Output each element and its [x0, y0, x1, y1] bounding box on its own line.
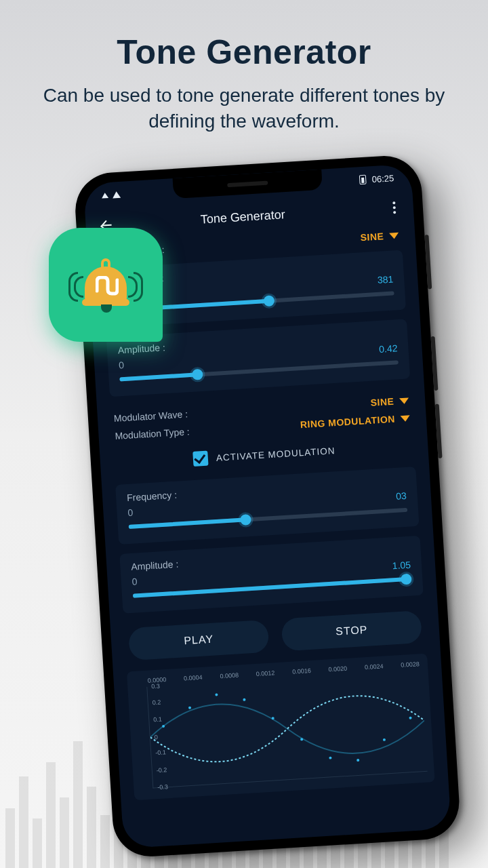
status-time: 06:25: [371, 173, 394, 184]
promo-title: Tone Generator: [0, 33, 488, 72]
carrier-amplitude-min: 0: [119, 359, 125, 370]
promo-subtitle: Can be used to tone generate different t…: [0, 83, 488, 134]
chevron-down-icon: [401, 415, 411, 422]
svg-point-8: [383, 738, 386, 741]
play-button[interactable]: PLAY: [128, 620, 270, 660]
svg-point-7: [357, 759, 359, 762]
svg-point-9: [409, 717, 411, 719]
modulator-amplitude-card: Amplitude : 0 1.05: [119, 536, 424, 614]
slider-thumb[interactable]: [240, 514, 251, 526]
svg-point-2: [215, 693, 218, 696]
chevron-down-icon: [399, 397, 409, 404]
promo-stage: Tone Generator Can be used to tone gener…: [0, 0, 488, 868]
waveform-chart: 0.00000.00040.00080.00120.00160.00200.00…: [127, 653, 435, 800]
svg-point-3: [243, 698, 245, 701]
modulator-frequency-min: 0: [127, 507, 134, 518]
slider-thumb[interactable]: [401, 574, 412, 585]
modulator-amplitude-value: 1.05: [392, 559, 411, 572]
modulator-wave-value: SINE: [370, 396, 394, 408]
battery-icon: [359, 175, 367, 185]
bell-badge: [49, 228, 163, 342]
svg-point-1: [188, 707, 191, 709]
signal-icon: [102, 193, 108, 199]
carrier-amplitude-value: 0.42: [379, 342, 398, 355]
svg-point-6: [329, 757, 331, 760]
modulator-frequency-value: 03: [396, 490, 407, 502]
slider-thumb[interactable]: [192, 369, 203, 380]
slider-fill: [119, 372, 198, 381]
modulator-amplitude-min: 0: [131, 576, 138, 587]
carrier-frequency-value: 381: [377, 273, 393, 285]
activate-modulation-label: ACTIVATE MODULATION: [216, 446, 335, 463]
checkbox-checked-icon[interactable]: [192, 451, 208, 467]
stop-button[interactable]: STOP: [281, 610, 423, 651]
signal-icon: [113, 191, 121, 199]
slider-fill: [129, 517, 246, 529]
chevron-down-icon: [389, 232, 399, 239]
kebab-menu-icon[interactable]: [388, 201, 400, 214]
modulator-wave-label: Modulator Wave :: [114, 408, 188, 424]
carrier-wave-value: SINE: [360, 231, 384, 243]
slider-thumb[interactable]: [263, 295, 274, 307]
bell-icon: [79, 257, 132, 313]
